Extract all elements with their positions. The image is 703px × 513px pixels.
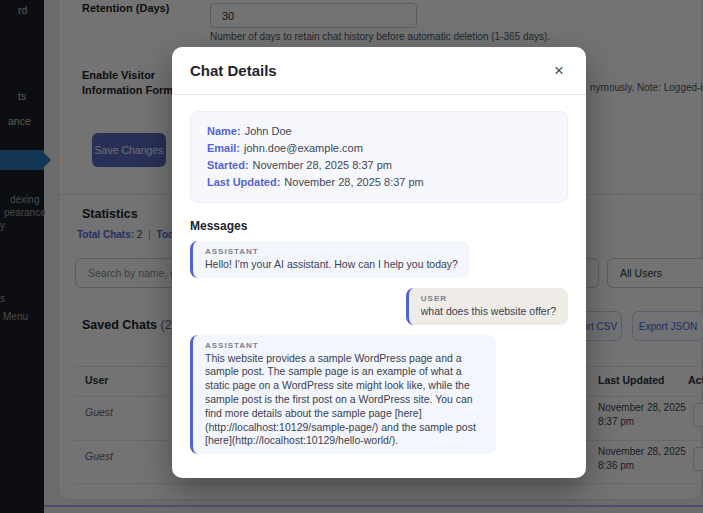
assistant-message-bubble: ASSISTANT This website provides a sample… — [190, 335, 496, 455]
info-row-started: Started:November 28, 2025 8:37 pm — [207, 157, 551, 174]
messages-title: Messages — [190, 219, 568, 233]
message-text: This website provides a sample WordPress… — [205, 352, 484, 449]
message-text: Hello! I'm your AI assistant. How can I … — [205, 258, 458, 272]
close-icon[interactable]: × — [550, 60, 568, 81]
email-value: john.doe@example.com — [244, 142, 363, 154]
chat-info-box: Name:John Doe Email:john.doe@example.com… — [190, 111, 568, 203]
started-label: Started: — [207, 159, 249, 171]
message-text: what does this website offer? — [421, 305, 556, 319]
modal-body: Name:John Doe Email:john.doe@example.com… — [172, 95, 586, 478]
name-label: Name: — [207, 125, 241, 137]
info-row-name: Name:John Doe — [207, 123, 551, 140]
chat-details-modal: Chat Details × Name:John Doe Email:john.… — [172, 47, 586, 478]
last-updated-label: Last Updated: — [207, 176, 280, 188]
name-value: John Doe — [245, 125, 292, 137]
last-updated-value: November 28, 2025 8:37 pm — [284, 176, 423, 188]
info-row-last-updated: Last Updated:November 28, 2025 8:37 pm — [207, 174, 551, 191]
assistant-message-bubble: ASSISTANT Hello! I'm your AI assistant. … — [190, 241, 470, 278]
email-label: Email: — [207, 142, 240, 154]
modal-title: Chat Details — [190, 62, 277, 79]
message-role: ASSISTANT — [205, 247, 458, 256]
info-row-email: Email:john.doe@example.com — [207, 140, 551, 157]
modal-header: Chat Details × — [172, 47, 586, 95]
message-role: USER — [421, 294, 556, 303]
user-message-bubble: USER what does this website offer? — [406, 288, 568, 325]
started-value: November 28, 2025 8:37 pm — [253, 159, 392, 171]
message-role: ASSISTANT — [205, 341, 484, 350]
